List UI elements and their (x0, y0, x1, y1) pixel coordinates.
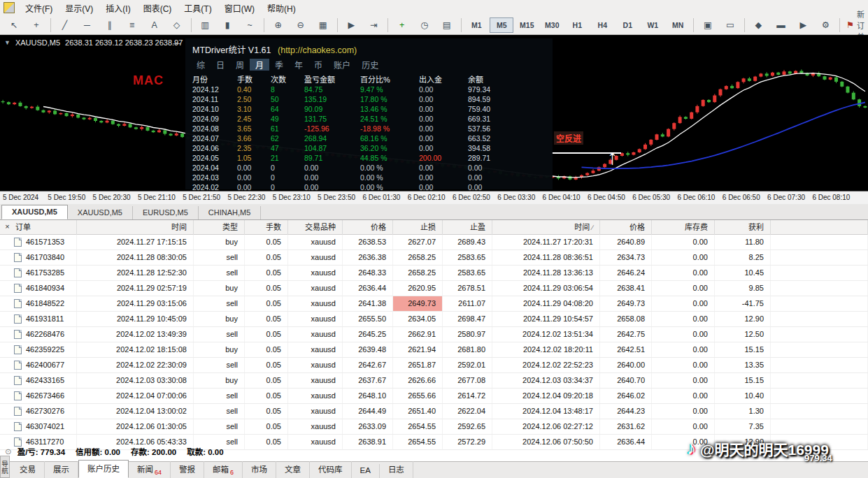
H4-button[interactable]: H4 (590, 17, 614, 33)
history-header-tp[interactable]: 止盈 (443, 220, 492, 235)
trendline-button[interactable]: ╱ (55, 17, 76, 33)
menu-item-5[interactable]: 窗口(W) (218, 1, 261, 15)
history-header-swap[interactable]: 库存费 (652, 220, 715, 235)
history-row[interactable]: 4618409342024.11.29 02:57:19buy0.05xauus… (0, 281, 868, 296)
bottom-tab-2[interactable]: 账户历史 (78, 460, 129, 478)
history-row[interactable]: 4630740212024.12.06 01:30:05sell0.05xauu… (0, 419, 868, 435)
candlestick-chart-button[interactable]: ▮ (217, 17, 238, 33)
history-header-open-price[interactable]: 价格 (343, 220, 393, 235)
chart-tab-0[interactable]: XAUUSD,M5 (1, 205, 68, 219)
crosshair-button[interactable]: + (26, 17, 47, 33)
menu-item-1[interactable]: 显示(V) (59, 1, 99, 15)
bottom-tab-4[interactable]: 警报 (171, 461, 204, 478)
time-axis-label: 6 Dec 06:10 (678, 194, 716, 201)
bottom-tab-7[interactable]: 文章 (276, 461, 310, 478)
chart-tab-1[interactable]: XAUUSD,M5 (68, 206, 133, 219)
panel-tab-账户[interactable]: 账户 (328, 59, 356, 71)
new-order-button[interactable]: ⚑新订单 (844, 17, 867, 33)
M5-button[interactable]: M5 (490, 17, 513, 33)
bottom-tab-1[interactable]: 展示 (45, 461, 78, 478)
panel-tab-历史[interactable]: 历史 (356, 59, 384, 71)
bottom-tab-9[interactable]: EA (352, 464, 380, 478)
history-header-close-time[interactable]: 时间∕ (492, 220, 600, 235)
bottom-tab-0[interactable]: 交易 (11, 461, 45, 478)
options-button[interactable]: ⚙ (815, 17, 836, 33)
bar-chart-button[interactable]: ▥ (194, 17, 215, 33)
M30-button[interactable]: M30 (540, 17, 564, 33)
H1-button[interactable]: H1 (565, 17, 589, 33)
menu-item-2[interactable]: 插入(I) (99, 1, 136, 15)
chart-tab-2[interactable]: EURUSD,M5 (133, 206, 199, 219)
history-header-close-price[interactable]: 价格 (600, 220, 652, 235)
history-close-button[interactable]: × (3, 222, 12, 231)
D1-button[interactable]: D1 (616, 17, 639, 33)
profiles-button[interactable]: ▭ (720, 17, 741, 33)
panel-tab-周[interactable]: 周 (230, 59, 250, 71)
templates-dropdown-button[interactable]: ▤ (436, 17, 457, 33)
history-header-type[interactable]: 类型 (194, 220, 245, 235)
profit-cell: 13.35 (715, 358, 771, 372)
periods-dropdown-button[interactable]: ◷ (414, 17, 435, 33)
arrows-tool-button[interactable]: ◇ (166, 17, 187, 33)
bottom-tab-8[interactable]: 代码库 (310, 461, 352, 478)
fibonacci-button[interactable]: ≡ (122, 17, 143, 33)
W1-button[interactable]: W1 (641, 17, 664, 33)
panel-tab-月[interactable]: 月 (250, 59, 269, 71)
new-chart-button[interactable]: ▣ (697, 17, 718, 33)
panel-tab-日[interactable]: 日 (211, 59, 230, 71)
zoom-out-button[interactable]: ⊖ (290, 17, 311, 33)
order-cell: 462673466 (0, 389, 77, 403)
panel-tab-币[interactable]: 币 (308, 59, 328, 71)
indicators-add-button[interactable]: + (392, 17, 413, 33)
history-header-symbol[interactable]: 交易品种 (288, 220, 343, 235)
bottom-tab-3[interactable]: 新闻64 (129, 461, 171, 478)
line-chart-button[interactable]: ~ (239, 17, 260, 33)
panel-tab-综[interactable]: 综 (191, 59, 211, 71)
menu-item-0[interactable]: 文件(F) (19, 1, 59, 15)
strategy-tester-button[interactable]: ▶ (792, 17, 813, 33)
MN-button[interactable]: MN (666, 17, 690, 33)
pointer-button[interactable]: ↖ (3, 17, 24, 33)
M15-button[interactable]: M15 (515, 17, 539, 33)
menu-item-4[interactable]: 工具(T) (178, 1, 218, 15)
bottom-tab-6[interactable]: 市场 (243, 461, 276, 478)
bottom-tab-5[interactable]: 邮箱6 (204, 461, 243, 478)
history-row[interactable]: 4617532852024.11.28 12:52:30sell0.05xauu… (0, 266, 868, 281)
bottom-tab-bar: 交易展示账户历史新闻64警报邮箱6市场文章代码库EA日志 (0, 461, 868, 478)
history-header-lots[interactable]: 手数 (245, 220, 288, 235)
history-row[interactable]: 4615713532024.11.27 17:15:15buy0.05xauus… (0, 235, 868, 250)
history-row[interactable]: 4622684762024.12.02 13:49:39sell0.05xauu… (0, 327, 868, 342)
horizontal-line-button[interactable]: ─ (77, 17, 98, 33)
bottom-tab-10[interactable]: 日志 (380, 461, 413, 478)
equidistant-channel-button[interactable]: ∥ (99, 17, 120, 33)
navigator-side-tab[interactable]: 导航 (0, 456, 10, 478)
collapse-icon[interactable]: ▼ (4, 39, 10, 46)
history-header-open-time[interactable]: 时间 (77, 220, 194, 235)
history-row[interactable]: 4626734662024.12.04 07:00:06sell0.05xauu… (0, 389, 868, 404)
history-row[interactable]: 4623592252024.12.02 18:15:08buy0.05xauus… (0, 342, 868, 358)
menu-item-6[interactable]: 帮助(H) (261, 1, 302, 15)
tile-windows-button[interactable]: ▦ (313, 17, 334, 33)
panel-tab-季[interactable]: 季 (269, 59, 289, 71)
chart-shift-button[interactable]: ⇥ (363, 17, 384, 33)
history-row[interactable]: 4618485222024.11.29 03:15:06sell0.05xauu… (0, 296, 868, 312)
navigator-button[interactable]: ◆ (748, 17, 769, 33)
history-row[interactable]: 4624331652024.12.03 03:30:08buy0.05xauus… (0, 373, 868, 389)
chart-tab-3[interactable]: CHINAH,M5 (199, 206, 262, 219)
history-row[interactable]: 4624006772024.12.02 22:30:09sell0.05xauu… (0, 358, 868, 373)
time-axis[interactable]: 5 Dec 20245 Dec 19:505 Dec 20:305 Dec 21… (0, 191, 868, 205)
panel-tab-年[interactable]: 年 (289, 59, 308, 71)
history-row[interactable]: 4619318112024.11.29 10:45:09buy0.05xauus… (0, 312, 868, 327)
M1-button[interactable]: M1 (464, 17, 488, 33)
sl-cell: 2658.25 (393, 266, 443, 280)
zoom-in-button[interactable]: ⊕ (268, 17, 289, 33)
history-row[interactable]: 4627302762024.12.04 13:00:02sell0.05xauu… (0, 404, 868, 419)
history-row[interactable]: 4617038402024.11.28 08:30:05sell0.05xauu… (0, 250, 868, 266)
terminal-button[interactable]: ▬ (770, 17, 791, 33)
menu-item-3[interactable]: 图表(C) (137, 1, 178, 15)
history-header-sl[interactable]: 止损 (393, 220, 443, 235)
text-tool-button[interactable]: A (144, 17, 165, 33)
auto-scroll-button[interactable]: ▶ (341, 17, 362, 33)
chart-minimize-button[interactable]: — (172, 38, 182, 47)
history-header-profit[interactable]: 获利 (715, 220, 771, 235)
